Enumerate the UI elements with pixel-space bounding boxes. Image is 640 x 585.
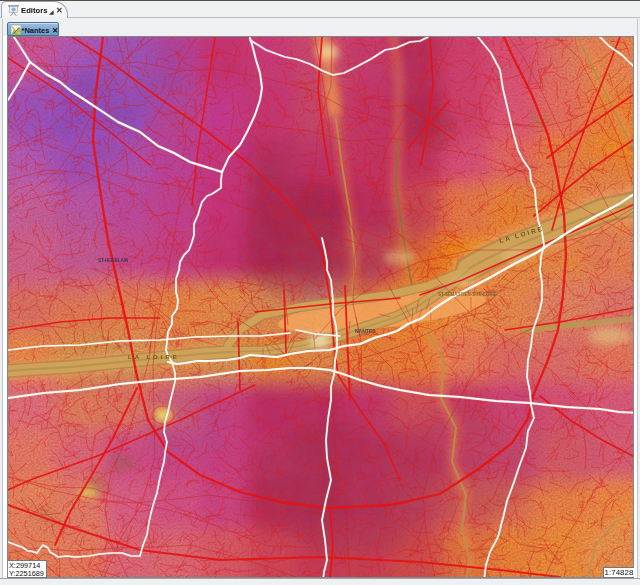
svg-text:LA LOIRE: LA LOIRE bbox=[128, 354, 180, 360]
svg-text:NANTES: NANTES bbox=[355, 328, 376, 334]
svg-text:ST-HERBLAIN: ST-HERBLAIN bbox=[98, 258, 128, 263]
svg-text:ST-SEBASTIEN-SUR-LOIRE: ST-SEBASTIEN-SUR-LOIRE bbox=[438, 292, 497, 297]
